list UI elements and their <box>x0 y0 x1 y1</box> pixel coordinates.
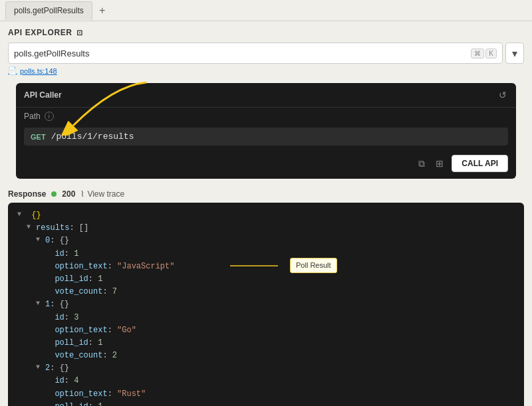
status-dot <box>51 191 57 197</box>
api-caller-panel: API Caller ↺ Path i GET /polls/1/results… <box>16 83 516 179</box>
chevron-down-icon: ▾ <box>512 47 517 60</box>
api-caller-container: API Caller ↺ Path i GET /polls/1/results… <box>0 80 532 179</box>
response-panel: ▼ {} ▼ results : [] ▼ 0 : {} id : 1 opti… <box>8 203 524 406</box>
response-section: Response 200 ⌇ View trace ▼ {} ▼ results… <box>0 179 532 406</box>
path-row: Path i <box>16 108 516 125</box>
cmd-key: ⌘ <box>471 49 484 58</box>
api-explorer-title: API EXPLORER <box>8 28 72 37</box>
file-icon: 📄 <box>8 66 17 75</box>
poll-result-bubble: Poll Result <box>290 258 337 274</box>
json-2-id: id : 4 <box>17 375 515 387</box>
json-item-1: ▼ 1 : {} <box>17 298 515 311</box>
poll-result-annotation: Poll Result <box>230 258 337 274</box>
json-root: ▼ {} <box>17 209 515 222</box>
search-shortcut: ⌘ K <box>471 49 497 58</box>
view-trace-link[interactable]: ⌇ View trace <box>80 189 124 199</box>
get-input-row: GET /polls/1/results <box>16 125 516 151</box>
info-icon: i <box>45 112 54 121</box>
get-input[interactable]: GET /polls/1/results <box>24 128 508 146</box>
search-row: ⌘ K ▾ <box>8 43 524 64</box>
file-reference[interactable]: 📄 polls.ts:148 <box>8 66 524 75</box>
json-1-poll-id: poll_id : 1 <box>17 337 515 350</box>
api-explorer-header: API EXPLORER ⊡ <box>8 28 524 37</box>
json-0-vote-count: vote_count : 7 <box>17 286 515 298</box>
tab-polls-get-poll-results[interactable]: polls.getPollResults <box>5 1 92 20</box>
tab-label: polls.getPollResults <box>14 6 84 15</box>
json-1-option-text: option_text : "Go" <box>17 324 515 337</box>
response-header: Response 200 ⌇ View trace <box>8 185 524 203</box>
search-input[interactable] <box>14 49 471 58</box>
json-item-0: ▼ 0 : {} <box>17 235 515 247</box>
tab-bar: polls.getPollResults + <box>0 0 532 21</box>
file-ref-label: polls.ts:148 <box>20 67 57 75</box>
api-caller-title: API Caller <box>24 90 62 100</box>
refresh-icon: ↺ <box>499 90 507 100</box>
api-explorer-section: API EXPLORER ⊡ ⌘ K ▾ 📄 polls.ts:148 <box>0 21 532 80</box>
json-0-poll-id: poll_id : 1 <box>17 273 515 286</box>
json-item-2: ▼ 2 : {} <box>17 362 515 375</box>
action-row: ⧉ ⊞ CALL API <box>16 151 516 179</box>
chevron-button[interactable]: ▾ <box>505 43 524 64</box>
add-tab-button[interactable]: + <box>95 3 110 18</box>
json-0-option-text: option_text : "JavaScript" Poll Result <box>17 260 515 273</box>
save-button[interactable]: ⊞ <box>433 155 446 171</box>
save-icon: ⊞ <box>436 158 444 169</box>
api-explorer-icon: ⊡ <box>76 29 83 37</box>
json-results: ▼ results : [] <box>17 222 515 235</box>
trace-icon: ⌇ <box>80 189 84 199</box>
api-path-value: /polls/1/results <box>51 132 134 142</box>
json-1-id: id : 3 <box>17 312 515 324</box>
status-code: 200 <box>62 189 75 199</box>
trace-label: View trace <box>87 189 124 199</box>
call-api-button[interactable]: CALL API <box>452 155 508 172</box>
k-key: K <box>485 49 497 58</box>
json-1-vote-count: vote_count : 2 <box>17 350 515 362</box>
path-label: Path <box>24 112 41 121</box>
json-2-option-text: option_text : "Rust" <box>17 388 515 401</box>
http-method-badge: GET <box>31 133 46 141</box>
api-caller-header: API Caller ↺ <box>16 83 516 108</box>
response-label: Response <box>8 189 46 199</box>
json-2-poll-id: poll_id : 1 <box>17 401 515 406</box>
search-input-wrapper[interactable]: ⌘ K <box>8 43 503 64</box>
copy-icon: ⧉ <box>418 158 425 169</box>
refresh-button[interactable]: ↺ <box>497 88 508 102</box>
copy-button[interactable]: ⧉ <box>416 155 428 172</box>
